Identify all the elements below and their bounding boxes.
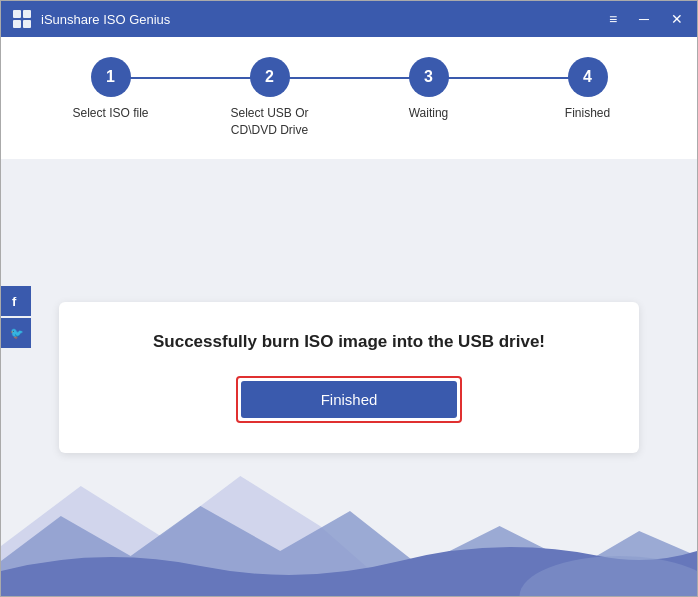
svg-rect-0 xyxy=(13,10,21,18)
window-controls: ≡ ─ ✕ xyxy=(605,10,687,28)
facebook-button[interactable]: f xyxy=(1,286,31,316)
stepper: 1 Select ISO file 2 Select USB Or CD\DVD… xyxy=(31,57,667,139)
step-3-label: Waiting xyxy=(409,105,449,122)
svg-text:🐦: 🐦 xyxy=(10,326,23,340)
stepper-area: 1 Select ISO file 2 Select USB Or CD\DVD… xyxy=(1,37,697,159)
step-4: 4 Finished xyxy=(508,57,667,122)
step-2-label: Select USB Or CD\DVD Drive xyxy=(225,105,315,139)
app-title: iSunshare ISO Genius xyxy=(41,12,605,27)
step-3: 3 Waiting xyxy=(349,57,508,122)
finished-button[interactable]: Finished xyxy=(241,381,458,418)
step-4-label: Finished xyxy=(565,105,610,122)
step-1-circle: 1 xyxy=(91,57,131,97)
svg-rect-1 xyxy=(23,10,31,18)
finished-button-wrapper: Finished xyxy=(236,376,463,423)
close-button[interactable]: ✕ xyxy=(667,10,687,28)
step-2: 2 Select USB Or CD\DVD Drive xyxy=(190,57,349,139)
step-4-circle: 4 xyxy=(568,57,608,97)
svg-text:f: f xyxy=(12,294,17,308)
social-sidebar: f 🐦 xyxy=(1,286,31,348)
app-logo xyxy=(11,8,33,30)
twitter-button[interactable]: 🐦 xyxy=(1,318,31,348)
step-2-circle: 2 xyxy=(250,57,290,97)
result-card: Successfully burn ISO image into the USB… xyxy=(59,302,639,453)
minimize-button[interactable]: ─ xyxy=(635,10,653,28)
main-content: 1 Select ISO file 2 Select USB Or CD\DVD… xyxy=(1,37,697,596)
step-1: 1 Select ISO file xyxy=(31,57,190,122)
success-message: Successfully burn ISO image into the USB… xyxy=(153,332,545,352)
step-3-circle: 3 xyxy=(409,57,449,97)
main-area: Successfully burn ISO image into the USB… xyxy=(1,159,697,596)
title-bar: iSunshare ISO Genius ≡ ─ ✕ xyxy=(1,1,697,37)
svg-rect-3 xyxy=(23,20,31,28)
menu-button[interactable]: ≡ xyxy=(605,10,621,28)
svg-rect-2 xyxy=(13,20,21,28)
step-1-label: Select ISO file xyxy=(72,105,148,122)
app-window: iSunshare ISO Genius ≡ ─ ✕ 1 Select ISO … xyxy=(0,0,698,597)
